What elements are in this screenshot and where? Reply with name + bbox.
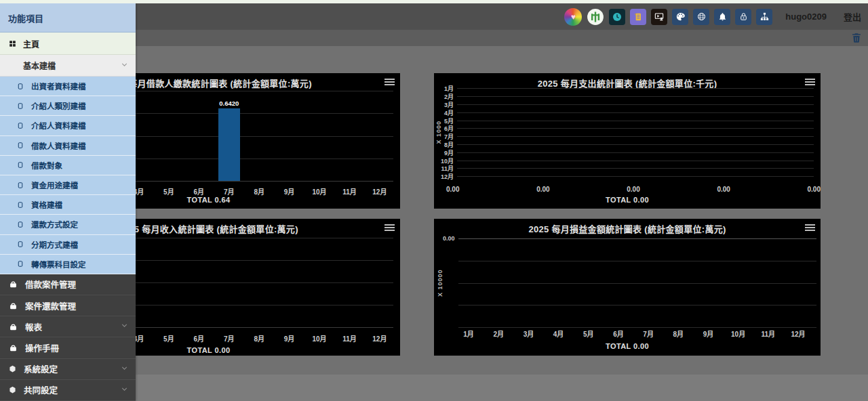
month-row: 3月 bbox=[439, 101, 814, 109]
sidebar-sub-item-label: 出資者資料建檔 bbox=[31, 81, 86, 91]
chart-menu-icon[interactable] bbox=[805, 224, 815, 232]
gridline bbox=[457, 161, 814, 161]
checkbox-icon bbox=[16, 121, 24, 130]
sidebar-item-3[interactable]: 操作手冊 bbox=[0, 337, 136, 358]
x-tick-label: 9月 bbox=[693, 329, 723, 339]
chart-menu-icon[interactable] bbox=[384, 79, 395, 87]
gridline bbox=[458, 261, 816, 261]
checkbox-icon bbox=[16, 220, 24, 229]
checkbox-icon bbox=[16, 240, 24, 249]
sidebar-sub-item-3[interactable]: 借款人資料建檔 bbox=[0, 136, 136, 156]
x-tick-label: 12月 bbox=[365, 333, 395, 343]
gridline bbox=[458, 327, 816, 328]
month-row: 8月 bbox=[439, 141, 814, 149]
x-axis-labels: 1月2月3月4月5月6月7月8月9月10月11月12月 bbox=[454, 329, 813, 339]
sidebar-sub-item-label: 資格建檔 bbox=[31, 199, 62, 210]
sidebar-sub-item-label: 介紹人類別建檔 bbox=[31, 100, 86, 111]
scroll-icon[interactable] bbox=[630, 9, 646, 25]
x-tick-label: 1月 bbox=[454, 329, 484, 339]
sidebar-sub-item-label: 介紹人資料建檔 bbox=[31, 120, 86, 131]
sidebar-group-basic-setup[interactable]: 基本建檔 bbox=[0, 55, 136, 77]
sidebar-item-2[interactable]: 報表 bbox=[0, 316, 136, 337]
sidebar-item-5[interactable]: 共同設定 bbox=[0, 380, 136, 401]
bar-slot bbox=[334, 91, 364, 181]
gridline bbox=[457, 96, 814, 97]
sidebar-sub-item-1[interactable]: 介紹人類別建檔 bbox=[0, 96, 136, 116]
bar-slot bbox=[244, 238, 274, 327]
sidebar-item-label: 操作手冊 bbox=[25, 341, 59, 354]
x-tick-label: 6月 bbox=[184, 186, 214, 196]
x-tick-label: 12月 bbox=[783, 329, 813, 339]
bar-slot bbox=[214, 238, 244, 327]
sidebar-sub-item-label: 借款人資料建檔 bbox=[31, 140, 86, 151]
gridline bbox=[457, 152, 814, 153]
checkbox-icon bbox=[16, 200, 24, 209]
sidebar-sub-item-label: 分期方式建檔 bbox=[31, 239, 78, 250]
month-row: 12月 bbox=[439, 173, 814, 181]
colorful-logo-icon[interactable]: ♥ bbox=[564, 8, 582, 26]
chevron-down-icon bbox=[120, 60, 129, 71]
checkbox-icon bbox=[16, 161, 24, 169]
hexagon-icon bbox=[8, 364, 17, 373]
chevron-down-icon bbox=[120, 385, 129, 396]
gridline bbox=[457, 104, 814, 105]
username-label: hugo0209 bbox=[785, 12, 827, 22]
sidebar-item-home[interactable]: 主頁 bbox=[0, 33, 136, 55]
sidebar-dark-items: 借款案件管理案件還款管理報表操作手冊系統設定共同設定 bbox=[0, 274, 136, 401]
checkbox-icon bbox=[16, 82, 24, 91]
sidebar-item-1[interactable]: 案件還款管理 bbox=[0, 295, 136, 316]
x-tick-label: 11月 bbox=[753, 329, 783, 339]
clock-icon[interactable] bbox=[609, 9, 625, 25]
sidebar-sub-item-9[interactable]: 轉傳票科目設定 bbox=[0, 255, 136, 274]
bar-slot bbox=[334, 238, 364, 327]
chevron-down-icon bbox=[120, 364, 129, 375]
gridline bbox=[457, 88, 814, 89]
x-tick-label: 10月 bbox=[304, 333, 334, 343]
month-row: 10月 bbox=[439, 156, 814, 165]
sidebar-item-label: 系統設定 bbox=[24, 362, 58, 375]
sidebar-sub-items: 出資者資料建檔介紹人類別建檔介紹人資料建檔借款人資料建檔借款對象資金用途建檔資格… bbox=[0, 77, 136, 274]
sitemap-icon[interactable] bbox=[756, 9, 772, 25]
sidebar-sub-item-7[interactable]: 還款方式設定 bbox=[0, 215, 136, 234]
green-bank-logo-icon[interactable] bbox=[587, 8, 604, 26]
page-top-strip bbox=[0, 0, 868, 3]
x-tick-label: 0.00 bbox=[446, 186, 459, 193]
lock-icon[interactable] bbox=[735, 9, 751, 25]
presentation-icon[interactable] bbox=[651, 9, 667, 25]
bar-slot bbox=[274, 91, 304, 181]
logout-button[interactable]: 登出 bbox=[844, 10, 861, 23]
x-tick-label: 7月 bbox=[633, 329, 663, 339]
bar-slot bbox=[154, 238, 184, 327]
chart-menu-icon[interactable] bbox=[384, 224, 395, 232]
x-tick-label: 6月 bbox=[184, 333, 214, 343]
topbar-icon-row: ♥ bbox=[564, 8, 772, 26]
gridline bbox=[457, 128, 814, 129]
x-tick-label: 8月 bbox=[244, 333, 274, 343]
hexagon-icon bbox=[8, 385, 17, 394]
chart-monthly-profit-loss: 2025 每月損益金額統計圖表 (統計金額單位:萬元)X 100000.001月… bbox=[434, 219, 821, 356]
sidebar-item-4[interactable]: 系統設定 bbox=[0, 359, 136, 380]
gridline bbox=[457, 168, 814, 169]
x-tick-label: 11月 bbox=[334, 333, 364, 343]
gridline bbox=[458, 305, 816, 305]
checkbox-icon bbox=[16, 102, 24, 110]
month-row: 9月 bbox=[439, 148, 814, 156]
sidebar-sub-item-5[interactable]: 資金用途建檔 bbox=[0, 175, 136, 195]
palette-icon[interactable] bbox=[672, 9, 688, 25]
briefcase-icon bbox=[8, 343, 18, 353]
sidebar-item-0[interactable]: 借款案件管理 bbox=[0, 274, 136, 295]
sidebar-sub-item-0[interactable]: 出資者資料建檔 bbox=[0, 77, 136, 96]
sidebar-sub-item-6[interactable]: 資格建檔 bbox=[0, 195, 136, 215]
sidebar-item-label: 借款案件管理 bbox=[25, 278, 76, 291]
sidebar-sub-item-2[interactable]: 介紹人資料建檔 bbox=[0, 116, 136, 135]
zero-line bbox=[458, 238, 816, 239]
chart-monthly-expenses: 2025 每月支出統計圖表 (統計金額單位:千元)X 10001月2月3月4月5… bbox=[434, 73, 821, 209]
bell-icon[interactable] bbox=[714, 9, 730, 25]
sidebar-sub-item-label: 借款對象 bbox=[31, 160, 62, 171]
globe-icon[interactable] bbox=[693, 9, 709, 25]
gridline bbox=[457, 112, 814, 113]
x-tick-label: 10月 bbox=[304, 186, 334, 196]
sidebar-sub-item-8[interactable]: 分期方式建檔 bbox=[0, 235, 136, 255]
sidebar-sub-item-4[interactable]: 借款對象 bbox=[0, 156, 136, 175]
trash-icon[interactable] bbox=[850, 32, 863, 44]
